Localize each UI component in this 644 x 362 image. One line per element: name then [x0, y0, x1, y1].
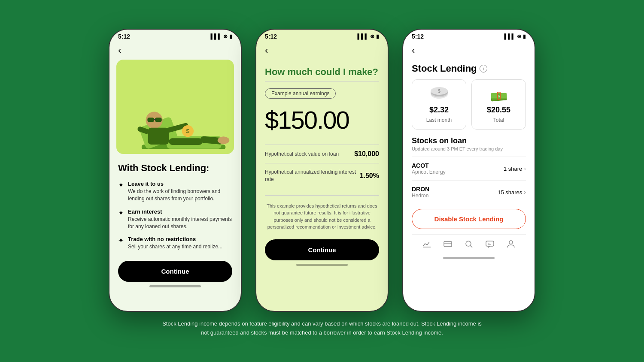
last-month-card: $ $2.32 Last month — [412, 79, 466, 130]
feature-title-1: Leave it to us — [128, 181, 232, 187]
earnings-badge: Example annual earnings — [265, 88, 336, 99]
cash-icon: $ — [488, 86, 510, 103]
bottom-nav — [412, 234, 526, 253]
continue-button-2[interactable]: Continue — [265, 239, 379, 260]
phone-2-title: How much could I make? — [265, 66, 379, 78]
hero-illustration: $ — [116, 65, 234, 149]
status-bar-3: 5:12 ▌▌▌ ⊛ ▮ — [403, 30, 535, 42]
back-button-1[interactable]: ‹ — [109, 42, 241, 60]
feature-list: ✦ Leave it to us We do the work of findi… — [118, 181, 232, 250]
stock-info-1: ACOT Apricot Energy — [412, 162, 446, 175]
status-icons-2: ▌▌▌ ⊛ ▮ — [357, 33, 379, 39]
stock-row-2[interactable]: DRON Hedron 15 shares › — [412, 180, 526, 204]
phone-1-title: With Stock Lending: — [118, 163, 232, 174]
stock-shares-1: 1 share › — [504, 165, 526, 172]
svg-point-42 — [509, 241, 513, 244]
coin-icon: $ — [428, 86, 450, 103]
chevron-icon-1: › — [524, 165, 526, 172]
signal-icon-2: ▌▌▌ — [357, 33, 368, 39]
battery-icon-3: ▮ — [523, 33, 526, 39]
phone-1-content: With Stock Lending: ✦ Leave it to us We … — [109, 154, 241, 294]
back-button-2[interactable]: ‹ — [256, 42, 388, 60]
stock-ticker-1: ACOT — [412, 162, 446, 169]
stock-name-2: Hedron — [412, 193, 429, 199]
calc-value-2: 1.50% — [360, 172, 379, 180]
feature-item-1: ✦ Leave it to us We do the work of findi… — [118, 181, 232, 202]
svg-text:$: $ — [438, 89, 440, 94]
svg-point-37 — [466, 241, 471, 246]
disclaimer-text: This example provides hypothetical retur… — [265, 202, 379, 231]
divider-top — [265, 81, 379, 81]
continue-button-1[interactable]: Continue — [118, 261, 232, 282]
svg-rect-39 — [486, 241, 494, 246]
wifi-icon-1: ⊛ — [223, 33, 228, 39]
svg-text:$: $ — [186, 128, 190, 135]
feature-item-2: ✦ Earn interest Receive automatic monthl… — [118, 208, 232, 230]
status-time-3: 5:12 — [412, 33, 424, 40]
svg-rect-13 — [155, 118, 162, 122]
illustration-area: $ — [116, 60, 234, 154]
status-bar-1: 5:12 ▌▌▌ ⊛ ▮ — [109, 30, 241, 42]
back-button-3[interactable]: ‹ — [403, 42, 535, 60]
last-month-label: Last month — [426, 117, 452, 123]
feature-desc-2: Receive automatic monthly interest payme… — [128, 216, 232, 230]
wifi-icon-2: ⊛ — [370, 33, 374, 39]
stock-shares-2: 15 shares › — [498, 189, 526, 196]
feature-bullet-1: ✦ — [118, 181, 124, 189]
stocks-on-loan-title: Stocks on loan — [412, 136, 526, 145]
calc-row-1: Hypothetical stock value on loan $10,000 — [265, 145, 379, 163]
phones-container: 5:12 ▌▌▌ ⊛ ▮ ‹ — [109, 29, 535, 312]
total-label: Total — [493, 117, 504, 123]
total-card: $ $20.55 Total — [471, 79, 526, 130]
stock-row-1[interactable]: ACOT Apricot Energy 1 share › — [412, 157, 526, 180]
battery-icon-2: ▮ — [376, 33, 379, 39]
phone-3: 5:12 ▌▌▌ ⊛ ▮ ‹ Stock Lending i — [402, 29, 535, 312]
svg-rect-12 — [147, 118, 154, 122]
calc-label-1: Hypothetical stock value on loan — [265, 151, 339, 158]
status-time-2: 5:12 — [265, 33, 277, 40]
phone-3-content: Stock Lending i $ — [403, 60, 535, 262]
nav-chart-icon[interactable] — [421, 238, 433, 250]
home-indicator-2 — [296, 264, 348, 266]
stock-name-1: Apricot Energy — [412, 169, 446, 175]
phone-1: 5:12 ▌▌▌ ⊛ ▮ ‹ — [109, 29, 242, 312]
svg-rect-35 — [444, 241, 452, 247]
total-amount: $20.55 — [487, 106, 510, 115]
last-month-amount: $2.32 — [429, 106, 449, 115]
status-icons-1: ▌▌▌ ⊛ ▮ — [210, 33, 232, 39]
phone-2-content: How much could I make? Example annual ea… — [256, 60, 388, 273]
chevron-icon-2: › — [524, 189, 526, 196]
svg-rect-14 — [154, 119, 156, 121]
svg-point-20 — [218, 137, 229, 145]
nav-person-icon[interactable] — [505, 238, 517, 250]
calc-label-2: Hypothetical annualized lending interest… — [265, 169, 360, 183]
nav-search-icon[interactable] — [463, 238, 475, 250]
status-time-1: 5:12 — [118, 33, 130, 40]
info-icon[interactable]: i — [480, 65, 487, 72]
stock-lending-label: Stock Lending — [412, 63, 477, 74]
stock-info-2: DRON Hedron — [412, 186, 429, 199]
stock-lending-title: Stock Lending i — [412, 63, 526, 74]
feature-bullet-2: ✦ — [118, 209, 124, 217]
signal-icon-3: ▌▌▌ — [504, 33, 515, 39]
feature-desc-1: We do the work of finding borrowers and … — [128, 188, 232, 202]
battery-icon-1: ▮ — [229, 33, 232, 39]
nav-card-icon[interactable] — [442, 238, 454, 250]
status-bar-2: 5:12 ▌▌▌ ⊛ ▮ — [256, 30, 388, 42]
feature-title-2: Earn interest — [128, 208, 232, 215]
calc-row-2: Hypothetical annualized lending interest… — [265, 163, 379, 188]
earnings-cards: $ $2.32 Last month — [412, 79, 526, 130]
divider-mid — [265, 195, 379, 196]
footer-text: Stock Lending income depends on feature … — [159, 320, 485, 338]
signal-icon-1: ▌▌▌ — [210, 33, 222, 39]
wifi-icon-3: ⊛ — [517, 33, 521, 39]
feature-item-3: ✦ Trade with no restrictions Sell your s… — [118, 236, 232, 250]
nav-chat-icon[interactable] — [484, 238, 496, 250]
home-indicator-3 — [443, 257, 495, 259]
stocks-on-loan-subtitle: Updated around 3 PM ET every trading day — [412, 146, 526, 151]
earnings-amount: $150.00 — [265, 106, 379, 134]
svg-line-38 — [470, 246, 472, 248]
stock-ticker-2: DRON — [412, 186, 429, 193]
disable-stock-lending-button[interactable]: Disable Stock Lending — [412, 209, 526, 229]
feature-title-3: Trade with no restrictions — [128, 236, 222, 242]
